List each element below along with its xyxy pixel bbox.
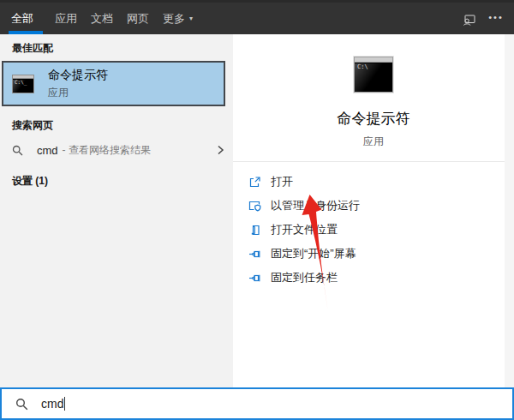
results-panel: 最佳匹配 C:\_ 命令提示符 应用 搜索网页 bbox=[0, 34, 233, 387]
app-actions-list: 打开 以管理员身份运行 bbox=[233, 162, 514, 290]
open-icon bbox=[248, 176, 261, 189]
action-pin-to-taskbar[interactable]: 固定到任务栏 bbox=[248, 266, 514, 290]
web-query-text: cmd bbox=[37, 144, 58, 157]
action-open[interactable]: 打开 bbox=[248, 170, 514, 194]
pin-icon bbox=[248, 248, 261, 261]
best-match-title: 命令提示符 bbox=[48, 68, 108, 83]
search-filter-tabs: 全部 应用 文档 网页 更多 ▾ ••• bbox=[0, 0, 514, 34]
action-run-as-admin[interactable]: 以管理员身份运行 bbox=[248, 194, 514, 218]
tab-apps-label: 应用 bbox=[55, 11, 77, 27]
windows-search-flyout: 全部 应用 文档 网页 更多 ▾ ••• 最佳匹配 bbox=[0, 0, 514, 420]
chevron-down-icon: ▾ bbox=[189, 15, 193, 22]
search-input-value: cmd bbox=[41, 397, 63, 411]
app-title: 命令提示符 bbox=[233, 109, 514, 129]
section-best-match: 最佳匹配 bbox=[0, 34, 233, 61]
tab-documents[interactable]: 文档 bbox=[91, 11, 113, 27]
scrollbar-track[interactable] bbox=[505, 34, 514, 387]
search-input[interactable]: cmd bbox=[0, 387, 514, 420]
tab-web[interactable]: 网页 bbox=[127, 11, 149, 27]
action-pin-to-start[interactable]: 固定到“开始”屏幕 bbox=[248, 242, 514, 266]
detail-panel: C:\ 命令提示符 应用 打开 bbox=[233, 34, 514, 387]
tab-more-label: 更多 bbox=[163, 11, 185, 27]
action-open-file-location-label: 打开文件位置 bbox=[271, 222, 338, 237]
app-subtitle: 应用 bbox=[233, 135, 514, 149]
action-pin-to-taskbar-label: 固定到任务栏 bbox=[271, 270, 338, 285]
action-run-as-admin-label: 以管理员身份运行 bbox=[271, 198, 360, 213]
more-options-icon[interactable]: ••• bbox=[488, 12, 504, 27]
tab-web-label: 网页 bbox=[127, 11, 149, 27]
tab-documents-label: 文档 bbox=[91, 11, 113, 27]
text-caret bbox=[64, 397, 65, 411]
tab-all[interactable]: 全部 bbox=[11, 11, 33, 27]
pin-icon bbox=[248, 272, 261, 285]
chevron-right-icon bbox=[216, 145, 224, 155]
web-search-result[interactable]: cmd - 查看网络搜索结果 bbox=[0, 138, 233, 162]
best-match-result-cmd[interactable]: C:\_ 命令提示符 应用 bbox=[2, 61, 225, 106]
best-match-subtitle: 应用 bbox=[48, 86, 108, 100]
section-settings: 设置 (1) bbox=[0, 167, 233, 194]
run-as-admin-icon bbox=[248, 200, 261, 213]
action-pin-to-start-label: 固定到“开始”屏幕 bbox=[271, 246, 356, 261]
action-open-label: 打开 bbox=[271, 174, 293, 189]
cmd-window-icon-large: C:\ bbox=[354, 57, 393, 93]
tab-more[interactable]: 更多 ▾ bbox=[163, 11, 193, 27]
section-search-web: 搜索网页 bbox=[0, 111, 233, 138]
action-open-file-location[interactable]: 打开文件位置 bbox=[248, 218, 514, 242]
cmd-window-icon: C:\_ bbox=[12, 75, 34, 93]
file-location-icon bbox=[248, 224, 261, 237]
tab-apps[interactable]: 应用 bbox=[55, 11, 77, 27]
search-icon bbox=[12, 145, 23, 156]
search-icon bbox=[15, 398, 28, 411]
feedback-icon[interactable] bbox=[461, 12, 476, 27]
web-query-hint: - 查看网络搜索结果 bbox=[63, 143, 151, 158]
tab-all-label: 全部 bbox=[11, 11, 33, 27]
